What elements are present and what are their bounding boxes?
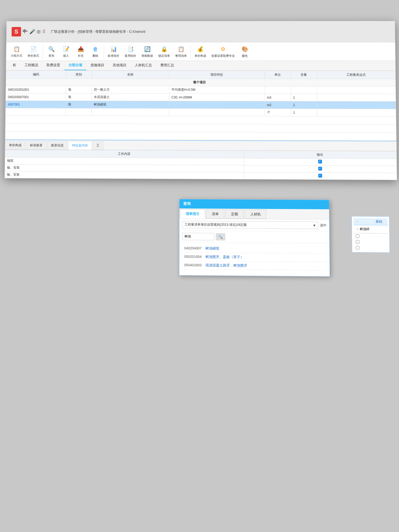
checkbox-checked[interactable] bbox=[318, 167, 322, 170]
std-combo-icon: 📊 bbox=[109, 45, 118, 53]
toolbar-organize[interactable]: 📋 整理清单 bbox=[173, 44, 189, 59]
bottom-row-content: 输、安装 bbox=[5, 164, 244, 172]
dialog-tabs: 清单指引 清单 定额 人材机 bbox=[179, 208, 329, 220]
bottom-tab-work-content[interactable]: 工 bbox=[92, 141, 103, 150]
right-panel-checkbox-2[interactable] bbox=[356, 240, 359, 244]
toolbar-divider-1 bbox=[43, 46, 43, 59]
dialog-search-row: 工程量清单项目设置规则(2013-湖北)18定额 ▼ 选中 bbox=[179, 219, 329, 232]
tab-other[interactable]: 其他项目 bbox=[108, 61, 131, 70]
app-logo: S bbox=[12, 27, 21, 36]
row-unit bbox=[265, 86, 291, 94]
lock-icon: 🔒 bbox=[160, 45, 168, 53]
col-feature: 项目特征 bbox=[169, 71, 264, 79]
checkbox-checked[interactable] bbox=[318, 174, 322, 177]
dialog-search-field[interactable]: 树池 bbox=[182, 233, 214, 240]
bottom-tab-std-convert[interactable]: 标准换算 bbox=[26, 141, 46, 150]
toolbar-std-combo-label: 标准组价 bbox=[108, 54, 119, 58]
unit-price-icon: 💰 bbox=[196, 45, 205, 53]
bottom-row-output[interactable] bbox=[244, 172, 397, 180]
right-panel-checkbox-row-2 bbox=[354, 239, 388, 245]
dialog-dropdown[interactable]: 工程量清单项目设置规则(2013-湖北)18定额 ▼ bbox=[182, 221, 319, 229]
dialog-tab-labor-material[interactable]: 人材机 bbox=[245, 210, 266, 219]
app-title: 广联达预算计价 - [招标管理 - 母婴室前场地硬化等 - C:/Users/d bbox=[51, 29, 145, 34]
bottom-tab-unit-price[interactable]: 单价构成 bbox=[5, 141, 26, 150]
dialog-tab-list-guide[interactable]: 清单指引 bbox=[180, 209, 205, 218]
dialog-tab-list[interactable]: 清单 bbox=[206, 209, 224, 218]
main-toolbar: 📋 计税方式 📄 单价形式 🔍 查询 📝 插入 📥 补充 🗑 bbox=[6, 42, 396, 61]
toolbar-delete[interactable]: 🗑 删除 bbox=[89, 44, 102, 59]
tab-overview[interactable]: 工程概况 bbox=[20, 61, 42, 70]
dialog-result-item[interactable]: 040204007 树池砌筑 bbox=[182, 244, 327, 254]
tab-fee-setting[interactable]: 取费设置 bbox=[42, 61, 64, 70]
right-panel-subsection: － 树池碎 bbox=[354, 225, 388, 234]
row-expression bbox=[317, 101, 396, 109]
table-row[interactable]: 040203007001 项 水泥混凝土 C30, H=20MM m3 1 bbox=[6, 93, 396, 101]
toolbar-fill[interactable]: 📥 补充 bbox=[74, 44, 88, 59]
checkbox-checked[interactable] bbox=[318, 160, 322, 163]
insert-icon: 📝 bbox=[62, 45, 70, 53]
row-code: 4007001 bbox=[6, 101, 66, 108]
toolbar-color[interactable]: 🎨 颜色 bbox=[238, 44, 251, 59]
col-unit: 单位 bbox=[264, 71, 291, 79]
tab-labor-material[interactable]: 人材机汇总 bbox=[131, 61, 156, 70]
row-unit: m3 bbox=[265, 94, 291, 101]
select-label: 选中 bbox=[320, 223, 327, 228]
row-unit: m2 bbox=[265, 101, 291, 109]
toolbar-fill-label: 补充 bbox=[78, 54, 84, 58]
bottom-row-output[interactable] bbox=[244, 165, 397, 173]
tab-fee-summary[interactable]: 费用汇总 bbox=[156, 61, 178, 70]
right-panel-subsection-minus[interactable]: － bbox=[356, 227, 359, 231]
toolbar-query-label: 查询 bbox=[49, 54, 54, 58]
apps-icon: ⠿ bbox=[42, 29, 46, 35]
tab-analysis[interactable]: 析 bbox=[8, 61, 20, 70]
toolbar-lock[interactable]: 🔒 锁定清单 bbox=[156, 44, 172, 59]
search-button[interactable]: 🔍 bbox=[216, 233, 225, 240]
row-name: 树池砌筑 bbox=[92, 101, 169, 108]
right-panel-checkbox-row bbox=[354, 233, 388, 239]
right-panel-checkbox-3[interactable] bbox=[356, 246, 359, 250]
section-header-row: 整个项目 bbox=[6, 78, 396, 86]
toolbar-batch-set[interactable]: ⚙ 批量设置取费专业 bbox=[209, 44, 237, 59]
table-row-selected[interactable]: 4007001 项 树池砌筑 m2 1 bbox=[6, 101, 396, 109]
toolbar-unit-price[interactable]: 💰 单价构成 bbox=[192, 44, 208, 59]
nav-tabs: 析 工程概况 取费设置 分部分项 措施项目 其他项目 人材机汇总 费用汇总 bbox=[6, 61, 396, 71]
dialog-result-item[interactable]: 050402003 现浇混凝土路牙、树池围牙 bbox=[182, 261, 327, 270]
toolbar-unit-price-label: 单价构成 bbox=[194, 54, 206, 58]
row-unit: 个 bbox=[265, 109, 291, 116]
tab-sub-section[interactable]: 分部分项 bbox=[64, 61, 87, 70]
result-name-3: 现浇混凝土路牙、树池围牙 bbox=[205, 263, 247, 268]
toolbar-divider-3 bbox=[191, 46, 191, 59]
row-type bbox=[65, 108, 91, 116]
right-panel-checkbox[interactable] bbox=[356, 234, 359, 238]
dialog-tab-quota[interactable]: 定额 bbox=[225, 210, 244, 219]
toolbar-replace-data-label: 替换数据 bbox=[141, 54, 153, 58]
toolbar-tax[interactable]: 📋 计税方式 bbox=[9, 44, 25, 59]
right-panel-checkbox-row-3 bbox=[354, 245, 388, 251]
toolbar-reuse-combo[interactable]: 📑 复用组价 bbox=[122, 44, 138, 59]
toolbar-price-form[interactable]: 📄 单价形式 bbox=[25, 44, 41, 59]
right-panel-minus[interactable]: － bbox=[356, 219, 359, 224]
result-code-2: 050201004 bbox=[184, 255, 202, 259]
main-content: 编码 类别 名称 项目特征 单位 含量 工程量表达式 整个项目 04010100… bbox=[4, 70, 397, 180]
dialog-result-item[interactable]: 050201004 树池围牙、盖板（箅子） bbox=[182, 253, 327, 262]
bottom-row-output[interactable] bbox=[244, 158, 397, 166]
bottom-table-row[interactable]: 输、安装 bbox=[5, 171, 397, 180]
row-type: 项 bbox=[66, 101, 92, 108]
bottom-tab-convert-info[interactable]: 换算信息 bbox=[47, 141, 68, 150]
tab-measures[interactable]: 措施项目 bbox=[86, 61, 108, 70]
dropdown-value: 工程量清单项目设置规则(2013-湖北)18定额 bbox=[184, 222, 246, 227]
row-content: 1 bbox=[291, 94, 317, 101]
query-dialog: 查询 清单指引 清单 定额 人材机 工程量清单项目设置规则(2013-湖北)18… bbox=[179, 199, 330, 277]
col-type: 类别 bbox=[66, 70, 92, 78]
toolbar-std-combo[interactable]: 📊 标准组价 bbox=[106, 44, 121, 59]
toolbar-organize-label: 整理清单 bbox=[175, 54, 187, 58]
toolbar-query[interactable]: 🔍 查询 bbox=[45, 44, 58, 59]
toolbar-replace-data[interactable]: 🔄 替换数据 bbox=[139, 44, 155, 59]
col-code: 编码 bbox=[6, 70, 66, 78]
table-row[interactable]: 个 1 bbox=[6, 108, 396, 117]
table-row[interactable]: 040101001001 项 挖一般土方 平均厚度H=0.5M bbox=[6, 86, 396, 94]
tax-icon: 📋 bbox=[12, 45, 21, 53]
toolbar-insert[interactable]: 📝 插入 bbox=[59, 44, 73, 59]
bottom-tab-feature-content[interactable]: 特征及内容 bbox=[68, 141, 92, 150]
search-value: 树池 bbox=[184, 234, 191, 239]
